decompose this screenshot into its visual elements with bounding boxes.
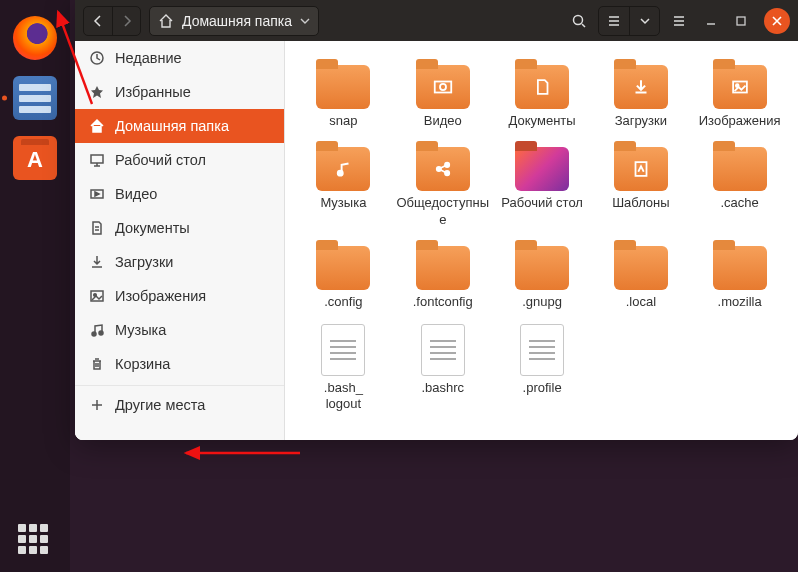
folder-icon: [316, 147, 370, 191]
sidebar-item-label: Загрузки: [115, 254, 173, 270]
folder-item[interactable]: Документы: [494, 55, 591, 133]
hamburger-icon: [671, 13, 687, 29]
folder-item[interactable]: .cache: [691, 137, 788, 232]
main-file-area[interactable]: snapВидеоДокументыЗагрузкиИзображенияМуз…: [285, 41, 798, 440]
sidebar-item-label: Другие места: [115, 397, 205, 413]
folder-item[interactable]: .local: [593, 236, 690, 314]
text-file-icon: [421, 324, 465, 376]
file-item[interactable]: .bash_logout: [295, 318, 392, 417]
search-icon: [571, 13, 587, 29]
text-file-icon: [520, 324, 564, 376]
star-icon: [89, 84, 105, 100]
view-toggle-group: [598, 6, 660, 36]
sidebar-item-music[interactable]: Музыка: [75, 313, 284, 347]
folder-item[interactable]: Изображения: [691, 55, 788, 133]
folder-icon: [416, 246, 470, 290]
dock-firefox[interactable]: [11, 14, 59, 62]
close-button[interactable]: [764, 8, 790, 34]
chevron-down-icon: [640, 16, 650, 26]
chevron-left-icon: [91, 14, 105, 28]
minimize-button[interactable]: [698, 8, 724, 34]
sidebar-item-clock[interactable]: Недавние: [75, 41, 284, 75]
folder-item[interactable]: .fontconfig: [394, 236, 492, 314]
folder-item[interactable]: .gnupg: [494, 236, 591, 314]
sidebar-item-doc[interactable]: Документы: [75, 211, 284, 245]
folder-icon: [614, 147, 668, 191]
item-label: Видео: [424, 113, 462, 129]
file-item[interactable]: .bashrc: [394, 318, 492, 417]
sidebar-item-download[interactable]: Загрузки: [75, 245, 284, 279]
doc-icon: [89, 220, 105, 236]
sidebar-other-places[interactable]: Другие места: [75, 388, 284, 422]
item-label: Загрузки: [615, 113, 667, 129]
sidebar-item-label: Домашняя папка: [115, 118, 229, 134]
svg-rect-1: [737, 17, 745, 25]
folder-item[interactable]: Музыка: [295, 137, 392, 232]
sidebar-item-label: Избранные: [115, 84, 191, 100]
folder-icon: [416, 65, 470, 109]
folder-item[interactable]: Шаблоны: [593, 137, 690, 232]
item-label: .mozilla: [718, 294, 762, 310]
titlebar: Домашняя папка: [75, 0, 798, 41]
folder-item[interactable]: snap: [295, 55, 392, 133]
desktop-icon: [89, 152, 105, 168]
video-icon: [89, 186, 105, 202]
folder-icon: [515, 65, 569, 109]
minimize-icon: [705, 15, 717, 27]
ubuntu-dock: A: [0, 0, 70, 572]
item-label: .fontconfig: [413, 294, 473, 310]
svg-point-13: [338, 171, 343, 176]
maximize-button[interactable]: [728, 8, 754, 34]
folder-item[interactable]: Видео: [394, 55, 492, 133]
text-file-icon: [321, 324, 365, 376]
forward-button[interactable]: [112, 7, 140, 35]
item-label: Документы: [509, 113, 576, 129]
folder-icon: [614, 246, 668, 290]
folder-item[interactable]: Общедоступные: [394, 137, 492, 232]
folder-item[interactable]: .config: [295, 236, 392, 314]
sidebar: НедавниеИзбранныеДомашняя папкаРабочий с…: [75, 41, 285, 440]
folder-item[interactable]: Загрузки: [593, 55, 690, 133]
chevron-down-icon: [300, 16, 310, 26]
folder-icon: [614, 65, 668, 109]
sidebar-item-star[interactable]: Избранные: [75, 75, 284, 109]
sidebar-item-video[interactable]: Видео: [75, 177, 284, 211]
hamburger-menu-button[interactable]: [664, 6, 694, 36]
svg-point-7: [92, 332, 96, 336]
folder-item[interactable]: .mozilla: [691, 236, 788, 314]
item-label: .gnupg: [522, 294, 562, 310]
folder-item[interactable]: Рабочий стол: [494, 137, 591, 232]
svg-point-0: [574, 15, 583, 24]
close-icon: [771, 15, 783, 27]
pathbar[interactable]: Домашняя папка: [149, 6, 319, 36]
item-label: Рабочий стол: [501, 195, 583, 211]
firefox-icon: [13, 16, 57, 60]
folder-icon: [515, 147, 569, 191]
sidebar-item-desktop[interactable]: Рабочий стол: [75, 143, 284, 177]
clock-icon: [89, 50, 105, 66]
item-label: .cache: [720, 195, 758, 211]
item-label: Шаблоны: [612, 195, 670, 211]
sidebar-item-image[interactable]: Изображения: [75, 279, 284, 313]
folder-icon: [416, 147, 470, 191]
maximize-icon: [735, 15, 747, 27]
sidebar-item-label: Видео: [115, 186, 157, 202]
sidebar-item-label: Корзина: [115, 356, 170, 372]
sidebar-item-trash[interactable]: Корзина: [75, 347, 284, 381]
back-button[interactable]: [84, 7, 112, 35]
search-button[interactable]: [564, 6, 594, 36]
item-label: .bash_logout: [324, 380, 363, 413]
sidebar-item-label: Рабочий стол: [115, 152, 206, 168]
sidebar-item-home[interactable]: Домашняя папка: [75, 109, 284, 143]
download-icon: [89, 254, 105, 270]
folder-icon: [316, 65, 370, 109]
sidebar-item-label: Музыка: [115, 322, 166, 338]
view-options-button[interactable]: [629, 7, 659, 35]
file-item[interactable]: .profile: [494, 318, 591, 417]
list-view-button[interactable]: [599, 7, 629, 35]
dock-software[interactable]: A: [11, 134, 59, 182]
sidebar-item-label: Документы: [115, 220, 190, 236]
folder-icon: [515, 246, 569, 290]
show-applications-button[interactable]: [18, 524, 48, 554]
dock-files[interactable]: [11, 74, 59, 122]
